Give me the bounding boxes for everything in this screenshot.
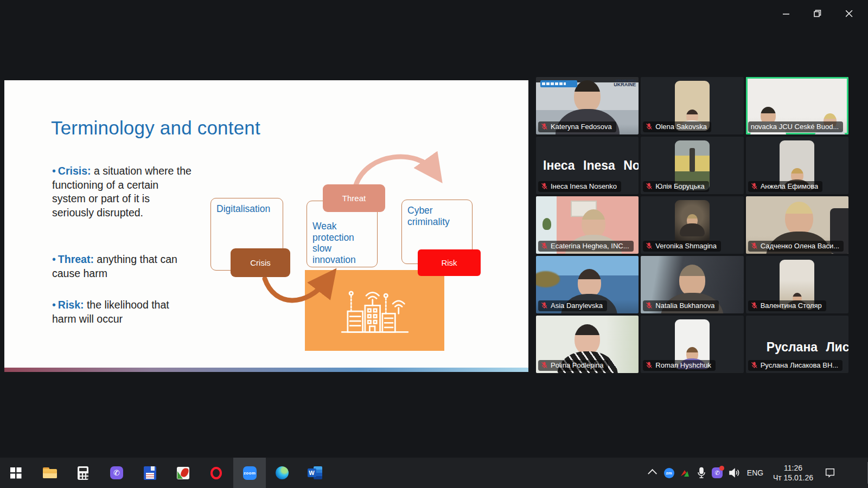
diagram-chip-threat: Threat xyxy=(323,184,385,212)
zm-badge-icon: zm xyxy=(664,468,674,478)
participant-name-label: Natalia Bukhanova xyxy=(643,300,719,311)
windows-logo-icon xyxy=(10,467,22,479)
video-tile-olena[interactable]: Olena Sakovska xyxy=(641,77,743,134)
participant-name-label: Анжела Ефимова xyxy=(748,181,823,192)
video-tile-sadchenko[interactable]: Садченко Олена Васи... xyxy=(746,196,848,254)
video-tile-ruslana[interactable]: Руслана Лисак... Руслана Лисакова ВН... xyxy=(746,316,848,373)
participant-name-label: Валентина Столяр xyxy=(748,300,826,311)
video-tile-natalia[interactable]: Natalia Bukhanova xyxy=(641,256,743,313)
window-controls xyxy=(777,5,858,22)
tray-expand-button[interactable] xyxy=(647,458,660,488)
floppy-disk-icon xyxy=(144,466,156,480)
close-icon xyxy=(846,10,853,17)
clock: 11:26 Чт 15.01.26 xyxy=(773,463,813,483)
start-button[interactable] xyxy=(3,458,29,488)
bullet-threat: •Threat: anything that can cause harm xyxy=(52,253,194,280)
bullet-dot: • xyxy=(52,253,56,265)
bullet-crisis: •Crisis: a situation where the functioni… xyxy=(52,164,194,220)
opera-button[interactable] xyxy=(203,458,229,488)
language-indicator: ENG xyxy=(747,468,763,477)
statue-silhouette xyxy=(690,148,695,172)
participant-name-label: Руслана Лисакова ВН... xyxy=(748,360,843,371)
word-button[interactable]: W xyxy=(302,458,328,488)
participant-name-label: novacka JCU Ceské Buod... xyxy=(748,121,844,132)
mic-muted-icon xyxy=(751,183,758,190)
video-tile-novacka[interactable]: novacka JCU Ceské Buod... xyxy=(746,77,848,134)
participant-name-label: Veronika Shmagina xyxy=(643,241,721,252)
video-tile-ecaterina[interactable]: Ecaterina Heghea, INC... xyxy=(536,196,639,254)
video-tile-anzhela[interactable]: Анжела Ефимова xyxy=(746,137,848,194)
microphone-icon xyxy=(697,467,706,479)
bullet-term: Crisis: xyxy=(58,165,91,177)
edge-icon xyxy=(276,466,289,479)
mic-muted-icon xyxy=(541,123,548,130)
participant-name-label: Юлія Боруцька xyxy=(643,181,709,192)
minimize-button[interactable] xyxy=(777,5,795,22)
video-tile-valentyna[interactable]: Валентина Столяр xyxy=(746,256,848,313)
video-tile-veronika[interactable]: Veronika Shmagina xyxy=(641,196,743,254)
opera-icon xyxy=(210,467,222,479)
calculator-button[interactable] xyxy=(70,458,96,488)
tray-clock-button[interactable]: 11:26 Чт 15.01.26 xyxy=(767,458,819,488)
bullet-dot: • xyxy=(52,165,56,177)
close-button[interactable] xyxy=(840,5,858,22)
restore-icon xyxy=(814,10,821,17)
mic-muted-icon xyxy=(751,242,758,249)
bullet-term: Threat: xyxy=(58,253,94,265)
mic-muted-icon xyxy=(751,362,758,369)
participant-name-label: Інеса Inesa Nosenko xyxy=(538,181,621,192)
participant-name-label: Kateryna Fedosova xyxy=(538,121,616,132)
video-tile-asia[interactable]: Asia Danylevska xyxy=(536,256,639,313)
tray-mic-button[interactable] xyxy=(694,458,709,488)
viber-button[interactable]: ✆ xyxy=(104,458,130,488)
tray-viber-button[interactable]: ✆ xyxy=(710,458,725,488)
chevron-up-icon xyxy=(648,469,657,478)
tray-language-button[interactable]: ENG xyxy=(744,458,766,488)
video-tile-roman[interactable]: Roman Hyshchuk xyxy=(641,316,743,373)
mic-muted-icon xyxy=(646,302,653,309)
participant-name-label: Ecaterina Heghea, INC... xyxy=(538,241,634,252)
mic-muted-icon xyxy=(541,302,548,309)
org-logo-banner xyxy=(540,80,577,87)
viber-icon: ✆ xyxy=(110,466,123,479)
video-tile-yuliia[interactable]: Юлія Боруцька xyxy=(641,137,743,194)
file-explorer-button[interactable] xyxy=(37,458,63,488)
smart-city-panel xyxy=(305,270,444,351)
slide-title: Terminology and content xyxy=(51,117,260,139)
video-tile-inesa[interactable]: Інеса Inesa Nos... Інеса Inesa Nosenko xyxy=(536,137,639,194)
participant-big-name: Руслана Лисак... xyxy=(767,340,848,355)
tray-zoom-button[interactable]: zm xyxy=(662,458,676,488)
participant-name-label: Roman Hyshchuk xyxy=(643,360,716,371)
trees-decor xyxy=(536,271,560,287)
red-green-arrows-icon xyxy=(680,468,691,478)
folder-icon xyxy=(43,467,57,478)
image-editor-button[interactable] xyxy=(170,458,196,488)
bullet-dot: • xyxy=(52,299,56,311)
word-icon: W xyxy=(308,466,322,479)
edge-button[interactable] xyxy=(269,458,295,488)
action-center-button[interactable] xyxy=(821,458,839,488)
participant-big-name: Інеса Inesa Nos... xyxy=(543,158,639,173)
participant-name-label: Asia Danylevska xyxy=(538,300,607,311)
mic-muted-icon xyxy=(541,362,548,369)
tray-volume-button[interactable] xyxy=(727,458,742,488)
zoom-app-button[interactable]: zoom xyxy=(233,458,266,488)
mic-muted-icon xyxy=(646,183,653,190)
tray-arrows-app-button[interactable] xyxy=(678,458,692,488)
shared-screen-slide: Terminology and content •Crisis: a situa… xyxy=(4,80,528,372)
speaker-icon xyxy=(729,467,741,478)
diagram-chip-crisis: Crisis xyxy=(231,248,290,277)
video-tile-polina[interactable]: Polina Podlepina xyxy=(536,316,639,373)
bullet-term: Risk: xyxy=(58,299,84,311)
restore-button[interactable] xyxy=(808,5,827,22)
video-tile-kateryna[interactable]: STAND WITH UKRAINE Kateryna Fedosova xyxy=(536,77,639,134)
calculator-icon xyxy=(78,466,88,480)
mic-muted-icon xyxy=(646,362,653,369)
diagram-chip-risk: Risk xyxy=(418,249,481,276)
floppy-app-button[interactable] xyxy=(137,458,163,488)
clock-date: Чт 15.01.26 xyxy=(773,473,813,483)
participant-grid: STAND WITH UKRAINE Kateryna Fedosova Ole… xyxy=(536,77,848,373)
mic-muted-icon xyxy=(646,123,653,130)
mic-muted-icon xyxy=(541,183,548,190)
smart-city-buildings-icon xyxy=(337,285,413,337)
